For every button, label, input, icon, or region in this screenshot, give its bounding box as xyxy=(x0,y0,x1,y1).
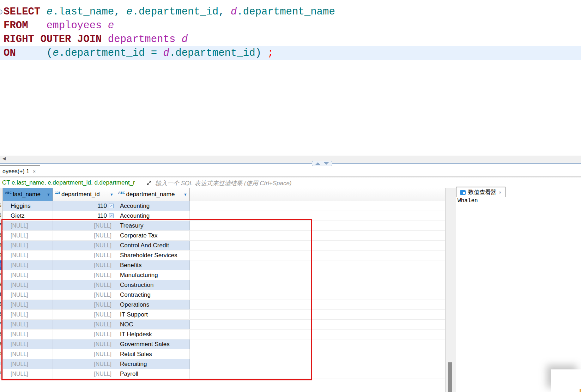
cell-last-name[interactable]: [NULL] xyxy=(3,310,53,319)
sql-line[interactable]: ON (e.department_id = d.department_id) ; xyxy=(0,46,581,60)
cell-department-id[interactable]: [NULL] xyxy=(53,260,116,270)
editor-results-splitter[interactable] xyxy=(0,163,581,164)
value-viewer-close-icon[interactable]: × xyxy=(499,190,502,195)
cell-department-id[interactable]: [NULL] xyxy=(53,349,116,359)
cell-department-id[interactable]: [NULL] xyxy=(53,270,116,280)
sql-line[interactable]: SELECT e.last_name, e.department_id, d.d… xyxy=(0,5,581,19)
cell-department-name[interactable]: Operations xyxy=(116,300,190,309)
foreign-key-link-icon[interactable]: ↗ xyxy=(109,204,114,208)
table-row[interactable]: 9 [NULL] [NULL] Government Sales xyxy=(0,339,445,349)
editor-horizontal-scrollbar[interactable]: ◀ xyxy=(0,156,581,163)
cell-department-name[interactable]: NOC xyxy=(116,320,190,329)
table-row[interactable]: 0 [NULL] [NULL] Shareholder Services xyxy=(0,251,445,260)
row-number-cell[interactable]: 9 xyxy=(0,241,3,250)
cell-department-name[interactable]: Retail Sales xyxy=(116,349,190,359)
row-number-cell[interactable]: 5 xyxy=(0,300,3,309)
value-viewer-tab[interactable]: 数值查看器 × xyxy=(456,187,506,197)
grid-scrollbar-thumb[interactable] xyxy=(448,362,452,392)
row-number-cell[interactable]: 7 xyxy=(0,320,3,329)
column-filter-dropdown-icon[interactable]: ▼ xyxy=(183,192,187,197)
cell-last-name[interactable]: [NULL] xyxy=(3,231,53,240)
cell-department-name[interactable]: Benefits xyxy=(116,260,190,270)
column-filter-dropdown-icon[interactable]: ▼ xyxy=(47,192,50,197)
cell-last-name[interactable]: [NULL] xyxy=(3,270,53,280)
cell-last-name[interactable]: [NULL] xyxy=(3,241,53,250)
table-row[interactable]: 5 [NULL] [NULL] Operations xyxy=(0,300,445,310)
cell-department-name[interactable]: Payroll xyxy=(116,369,190,379)
cell-department-id[interactable]: 110 ↗ xyxy=(53,211,116,221)
cell-department-id[interactable]: [NULL] xyxy=(53,330,116,339)
cell-department-name[interactable]: Contracting xyxy=(116,290,190,300)
cell-department-name[interactable]: Control And Credit xyxy=(116,241,190,250)
cell-department-id[interactable]: [NULL] xyxy=(53,231,116,240)
cell-department-id[interactable]: [NULL] xyxy=(53,300,116,309)
table-row[interactable]: 8 [NULL] [NULL] Corporate Tax xyxy=(0,231,445,241)
cell-department-name[interactable]: Accounting xyxy=(116,211,190,221)
cell-last-name[interactable]: [NULL] xyxy=(3,221,53,230)
row-number-cell[interactable]: 1 xyxy=(0,359,3,369)
row-number-cell[interactable]: 1 xyxy=(0,260,3,270)
table-row[interactable]: 2 [NULL] [NULL] Manufacturing xyxy=(0,270,445,280)
column-filter-dropdown-icon[interactable]: ▼ xyxy=(110,192,114,197)
table-row[interactable]: 4 [NULL] [NULL] Contracting xyxy=(0,290,445,300)
row-number-cell[interactable]: 0 xyxy=(0,349,3,359)
value-viewer-content[interactable]: Whalen xyxy=(458,198,478,204)
table-row[interactable]: 9 [NULL] [NULL] Control And Credit xyxy=(0,241,445,251)
cell-last-name[interactable]: [NULL] xyxy=(3,251,53,260)
cell-department-name[interactable]: Shareholder Services xyxy=(116,251,190,260)
sql-line[interactable]: FROM employees e xyxy=(0,19,581,32)
row-number-cell[interactable]: 8 xyxy=(0,330,3,339)
cell-last-name[interactable]: [NULL] xyxy=(3,280,53,290)
cell-last-name[interactable]: [NULL] xyxy=(3,349,53,359)
table-row[interactable]: 5 Higgins 110 ↗ Accounting xyxy=(0,201,445,211)
cell-department-id[interactable]: [NULL] xyxy=(53,339,116,349)
results-tab[interactable]: oyees(+) 1 × xyxy=(0,165,40,176)
cell-department-id[interactable]: [NULL] xyxy=(53,359,116,369)
row-number-cell[interactable]: 9 xyxy=(0,339,3,349)
table-row[interactable]: 6 Gietz 110 ↗ Accounting xyxy=(0,211,445,221)
results-tab-close-icon[interactable]: × xyxy=(33,169,36,174)
cell-department-name[interactable]: Treasury xyxy=(116,221,190,230)
row-number-cell[interactable]: 3 xyxy=(0,280,3,290)
foreign-key-link-icon[interactable]: ↗ xyxy=(109,213,114,218)
cell-last-name[interactable]: [NULL] xyxy=(3,339,53,349)
column-header[interactable]: ABC last_name ▼ xyxy=(3,188,53,201)
sash-down-arrow-icon[interactable] xyxy=(324,162,329,165)
cell-department-id[interactable]: [NULL] xyxy=(53,320,116,329)
scroll-left-arrow-icon[interactable]: ◀ xyxy=(2,156,6,161)
row-number-cell[interactable]: 7 xyxy=(0,221,3,230)
row-number-cell[interactable]: 2 xyxy=(0,270,3,280)
cell-last-name[interactable]: [NULL] xyxy=(3,260,53,270)
row-number-cell[interactable]: 0 xyxy=(0,251,3,260)
row-number-cell[interactable]: 6 xyxy=(0,310,3,319)
cell-last-name[interactable]: [NULL] xyxy=(3,300,53,309)
cell-department-name[interactable]: Accounting xyxy=(116,201,190,211)
row-number-cell[interactable]: 8 xyxy=(0,231,3,240)
row-number-cell[interactable]: 2 xyxy=(0,369,3,379)
filter-input-placeholder[interactable]: 输入一个 SQL 表达式来过滤结果 (使用 Ctrl+Space) xyxy=(155,179,292,187)
row-number-cell[interactable]: 4 xyxy=(0,290,3,300)
table-row[interactable]: 8 [NULL] [NULL] IT Helpdesk xyxy=(0,330,445,339)
cell-last-name[interactable]: Higgins xyxy=(3,201,53,211)
cell-department-name[interactable]: IT Support xyxy=(116,310,190,319)
cell-department-name[interactable]: Construction xyxy=(116,280,190,290)
cell-department-id[interactable]: [NULL] xyxy=(53,241,116,250)
table-row[interactable]: 3 [NULL] [NULL] Construction xyxy=(0,280,445,290)
cell-department-name[interactable]: IT Helpdesk xyxy=(116,330,190,339)
cell-department-name[interactable]: Recruiting xyxy=(116,359,190,369)
cell-last-name[interactable]: [NULL] xyxy=(3,330,53,339)
cell-department-id[interactable]: [NULL] xyxy=(53,280,116,290)
table-row[interactable]: 1 [NULL] [NULL] Benefits xyxy=(0,260,445,270)
cell-department-id[interactable]: [NULL] xyxy=(53,290,116,300)
sql-editor[interactable]: SELECT e.last_name, e.department_id, d.d… xyxy=(0,0,581,156)
cell-department-id[interactable]: [NULL] xyxy=(53,310,116,319)
cell-last-name[interactable]: Gietz xyxy=(3,211,53,221)
row-number-cell[interactable]: 6 xyxy=(0,211,3,221)
sql-line[interactable]: RIGHT OUTER JOIN departments d xyxy=(0,32,581,46)
cell-last-name[interactable]: [NULL] xyxy=(3,369,53,379)
cell-department-id[interactable]: 110 ↗ xyxy=(53,201,116,211)
cell-department-name[interactable]: Corporate Tax xyxy=(116,231,190,240)
splitter-collapse-handle[interactable] xyxy=(312,161,332,166)
column-header[interactable]: ABC department_name ▼ xyxy=(116,188,190,201)
cell-last-name[interactable]: [NULL] xyxy=(3,320,53,329)
